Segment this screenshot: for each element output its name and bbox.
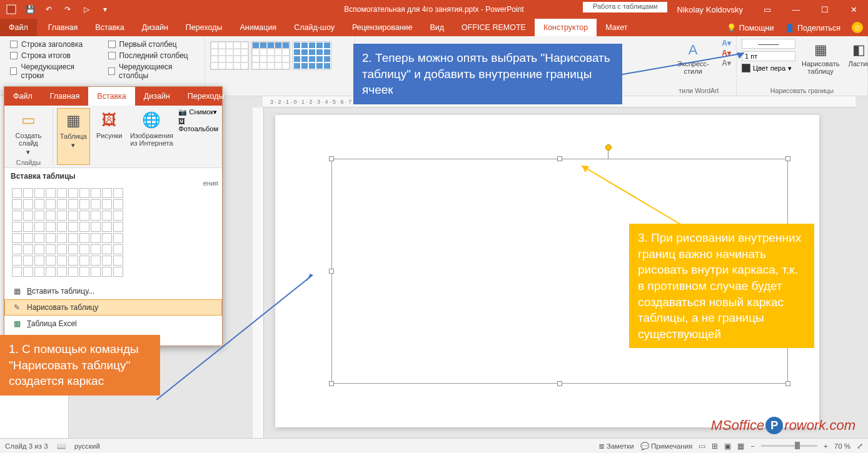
pictures-button[interactable]: 🖼Рисунки [94, 108, 125, 165]
undo-icon[interactable]: ↶ [40, 1, 58, 18]
selection-handle[interactable] [557, 381, 562, 386]
view-slideshow-icon[interactable]: ▦ [737, 442, 744, 451]
fit-to-window-icon[interactable]: ⤢ [857, 442, 863, 451]
ov-tab-transitions[interactable]: Переходы [179, 87, 233, 106]
wordart-fill-icon[interactable]: A▾ [722, 39, 731, 47]
ribbon-tabs: Файл Главная Вставка Дизайн Переходы Ани… [0, 19, 868, 36]
tab-constructor-active[interactable]: Конструктор [535, 19, 597, 36]
redo-icon[interactable]: ↷ [59, 1, 76, 18]
zoom-in[interactable]: + [824, 442, 828, 450]
selection-handle[interactable] [329, 381, 334, 386]
online-pictures-button[interactable]: 🌐Изображения из Интернета [128, 108, 174, 165]
group-wordart: тили WordArt [667, 86, 731, 94]
tab-design[interactable]: Дизайн [133, 19, 177, 36]
tab-file[interactable]: Файл [0, 19, 37, 36]
draw-table-button[interactable]: ▦Нарисовать таблицу [799, 39, 842, 76]
table-style-3[interactable] [293, 41, 331, 70]
ov-tab-insert-active[interactable]: Вставка [88, 87, 134, 106]
group-slides: Слайды [8, 157, 49, 167]
cb-banded-cols[interactable]: Чередующиеся столбцы [108, 61, 199, 81]
svg-rect-0 [7, 5, 16, 14]
ribbon-display-options-icon[interactable]: ▭ [753, 0, 782, 19]
tab-insert[interactable]: Вставка [86, 19, 133, 36]
table-style-1[interactable] [210, 41, 249, 70]
tab-review[interactable]: Рецензирование [343, 19, 421, 36]
svg-marker-2 [306, 274, 313, 281]
new-slide-button[interactable]: ▭Создать слайд▾ [8, 108, 49, 157]
eraser-button[interactable]: ◧Ластик [845, 39, 868, 69]
watermark: MSofficeProwork.com [711, 417, 855, 434]
share-button[interactable]: 👤 Поделиться [785, 23, 840, 32]
cb-total-row[interactable]: Строка итогов [10, 50, 96, 61]
contextual-tab-group: Работа с таблицами [583, 0, 667, 12]
close-icon[interactable]: ✕ [839, 0, 868, 19]
language-indicator[interactable]: русский [74, 442, 100, 450]
tell-me[interactable]: 💡 Помощни [727, 23, 774, 32]
tab-home[interactable]: Главная [39, 19, 87, 36]
status-bar: Слайд 3 из 3 📖 русский ≣ Заметки 💬 Приме… [0, 438, 868, 453]
user-name[interactable]: Nikolay Koldovsky [667, 5, 754, 14]
cb-header-row[interactable]: Строка заголовка [10, 39, 96, 50]
save-icon[interactable]: 💾 [21, 1, 39, 18]
tab-transitions[interactable]: Переходы [177, 19, 231, 36]
arrow-3 [575, 162, 688, 231]
cb-last-col[interactable]: Последний столбец [108, 50, 199, 61]
cb-first-col[interactable]: Первый столбец [108, 39, 199, 50]
view-sorter-icon[interactable]: ⊞ [712, 442, 718, 451]
zoom-level[interactable]: 70 % [834, 442, 850, 450]
app-icon [3, 1, 20, 18]
svg-line-1 [156, 275, 313, 400]
arrow-2 [619, 50, 750, 81]
screenshot-button[interactable]: 📷 Снимок▾ [178, 108, 218, 116]
callout-1: 1. С помощью команды "Нарисовать таблицу… [0, 335, 160, 396]
tab-slideshow[interactable]: Слайд-шоу [285, 19, 343, 36]
pen-style[interactable]: ——— [742, 39, 795, 49]
start-from-beginning-icon[interactable]: ▷ [78, 1, 95, 18]
title-bar: 💾 ↶ ↷ ▷ ▾ Вспомогательная для 4го заняти… [0, 0, 868, 19]
cb-banded-rows[interactable]: Чередующиеся строки [10, 61, 96, 81]
callout-2: 2. Теперь можно опять выбрать "Нарисоват… [353, 44, 622, 104]
selection-handle[interactable] [329, 156, 334, 161]
minimize-icon[interactable]: — [782, 0, 810, 19]
photo-album-button[interactable]: 🖼 Фотоальбом [178, 117, 218, 132]
zoom-out[interactable]: − [750, 442, 755, 450]
ov-tab-file[interactable]: Файл [4, 87, 41, 106]
partial-group-label: ения [203, 179, 218, 187]
table-style-2[interactable] [251, 41, 290, 70]
rotation-handle[interactable] [605, 144, 612, 151]
selection-handle[interactable] [785, 381, 790, 386]
selection-handle[interactable] [329, 269, 334, 274]
table-button[interactable]: ▦Таблица▾ [57, 108, 90, 165]
qat-customize-icon[interactable]: ▾ [96, 1, 114, 18]
comments-button[interactable]: 💬 Примечания [640, 442, 693, 451]
svg-marker-4 [737, 52, 744, 59]
notes-button[interactable]: ≣ Заметки [598, 442, 634, 451]
view-reading-icon[interactable]: ▣ [724, 442, 731, 451]
svg-line-5 [582, 166, 682, 225]
insert-table-header: Вставка таблицы [4, 168, 222, 184]
tab-animations[interactable]: Анимация [231, 19, 285, 36]
rotation-stem [608, 149, 608, 159]
feedback-icon[interactable]: ☺ [852, 22, 863, 33]
tab-layout[interactable]: Макет [597, 19, 636, 36]
selection-handle[interactable] [557, 156, 562, 161]
ov-tab-design[interactable]: Дизайн [135, 87, 179, 106]
zoom-slider[interactable] [761, 445, 817, 447]
svg-line-3 [619, 53, 744, 75]
maximize-icon[interactable]: ☐ [810, 0, 839, 19]
tab-view[interactable]: Вид [421, 19, 453, 36]
tab-office-remote[interactable]: OFFICE REMOTE [453, 19, 535, 36]
ov-tab-home[interactable]: Главная [41, 87, 89, 106]
spellcheck-icon[interactable]: 📖 [57, 442, 66, 451]
arrow-1 [156, 269, 319, 406]
callout-3: 3. При рисовании внутренних границ важно… [629, 224, 814, 348]
view-normal-icon[interactable]: ▭ [699, 442, 705, 451]
slide-counter: Слайд 3 из 3 [5, 442, 48, 450]
group-draw-borders: Нарисовать границы [742, 86, 862, 94]
selection-handle[interactable] [785, 156, 790, 161]
